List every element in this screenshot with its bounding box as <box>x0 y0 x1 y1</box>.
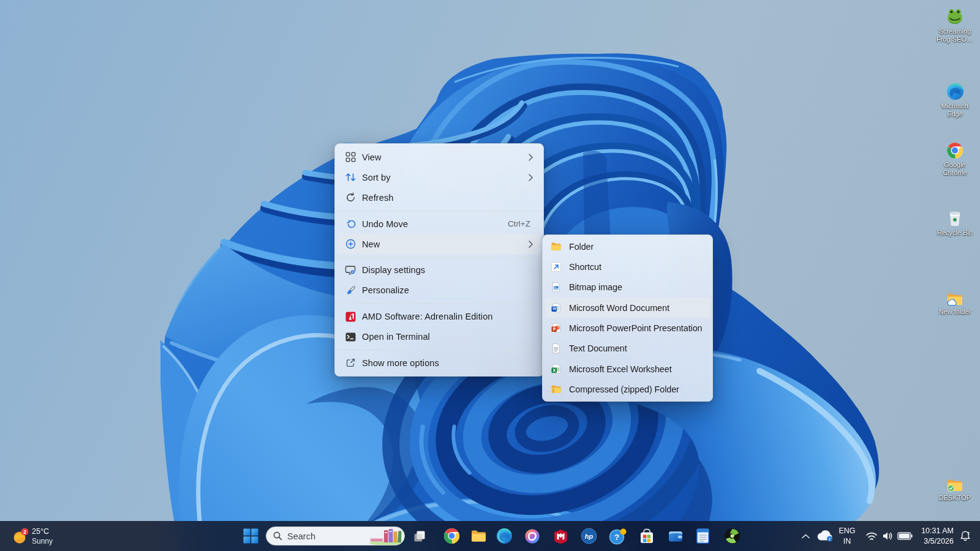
svg-text:?: ? <box>614 533 619 542</box>
svg-text:hp: hp <box>584 533 593 540</box>
svg-text:z: z <box>968 531 970 535</box>
svg-text:2: 2 <box>23 528 26 534</box>
svg-text:i: i <box>829 537 830 541</box>
